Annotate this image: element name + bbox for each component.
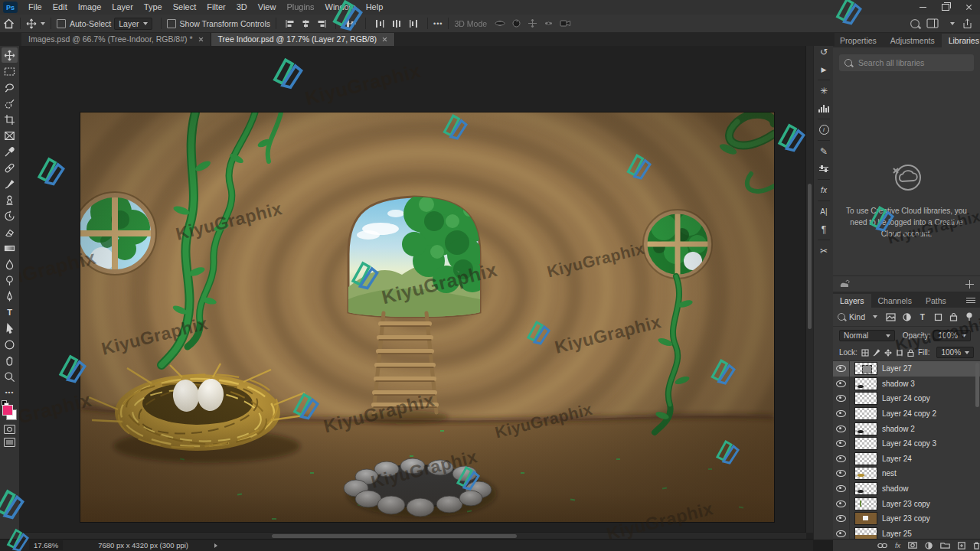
libraries-search-box[interactable]	[839, 54, 974, 71]
shape-tool[interactable]	[2, 337, 18, 352]
visibility-toggle[interactable]	[833, 436, 850, 452]
3d-roll-icon[interactable]	[511, 18, 521, 28]
align-left-edges-icon[interactable]	[285, 19, 295, 28]
quick-mask-button[interactable]	[4, 425, 15, 434]
visibility-toggle[interactable]	[833, 527, 850, 540]
visibility-toggle[interactable]	[833, 406, 850, 422]
workspace-switcher-icon[interactable]	[926, 18, 939, 28]
tool-presets-panel-icon[interactable]	[815, 160, 833, 178]
menu-image[interactable]: Image	[73, 0, 107, 15]
hand-tool[interactable]	[2, 353, 18, 368]
filter-kind-label[interactable]: Kind	[849, 312, 865, 321]
spot-healing-brush-tool[interactable]	[2, 160, 18, 175]
menu-edit[interactable]: Edit	[47, 0, 73, 15]
menu-window[interactable]: Window	[320, 0, 361, 15]
align-right-edges-icon[interactable]	[317, 19, 327, 28]
crop-tool[interactable]	[2, 112, 18, 127]
layer-row[interactable]: Layer 24 copy 2	[833, 406, 980, 422]
foreground-color-swatch[interactable]	[2, 405, 13, 416]
adjustment-layer-icon[interactable]	[925, 542, 933, 549]
fill-dropdown[interactable]: 100%	[936, 347, 974, 358]
libraries-search-input[interactable]	[857, 57, 959, 68]
filter-pixel-layers-icon[interactable]	[885, 311, 897, 323]
layer-row[interactable]: nest	[833, 466, 980, 481]
document-tab-images[interactable]: Images.psd @ 66.7% (Tree-Indoor, RGB/8#)…	[21, 32, 211, 46]
visibility-toggle[interactable]	[833, 377, 850, 392]
info-panel-icon[interactable]: i	[815, 121, 833, 139]
zoom-level-field[interactable]: 17.68%	[29, 540, 63, 550]
menu-layer[interactable]: Layer	[106, 0, 139, 15]
menu-type[interactable]: Type	[139, 0, 168, 15]
character-panel-icon[interactable]: A|	[815, 203, 833, 220]
marquee-tool[interactable]	[2, 64, 18, 79]
path-selection-tool[interactable]	[2, 321, 18, 336]
tab-libraries[interactable]: Libraries	[942, 34, 980, 47]
visibility-toggle[interactable]	[833, 511, 850, 527]
menu-filter[interactable]: Filter	[201, 0, 230, 15]
layer-style-icon[interactable]: fx	[895, 542, 900, 549]
menu-plugins[interactable]: Plugins	[281, 0, 319, 15]
screen-mode-button[interactable]	[4, 438, 15, 447]
dodge-tool[interactable]	[2, 272, 18, 288]
filter-toggle-icon[interactable]	[964, 311, 976, 323]
chevron-down-icon[interactable]	[873, 315, 877, 318]
layer-comps-panel-icon[interactable]: fx	[815, 181, 833, 199]
home-icon[interactable]	[3, 18, 15, 29]
blur-tool[interactable]	[2, 256, 18, 272]
show-transform-checkbox[interactable]	[167, 19, 176, 28]
layer-row[interactable]: Layer 23 copy	[833, 496, 980, 511]
align-horizontal-centers-icon[interactable]	[301, 19, 311, 28]
type-tool[interactable]: T	[2, 305, 18, 320]
distribute-left-icon[interactable]	[375, 19, 384, 28]
scrollbar-thumb[interactable]	[808, 184, 812, 329]
layer-thumbnail[interactable]	[855, 483, 877, 494]
auto-select-target-dropdown[interactable]: Layer	[114, 18, 152, 30]
layer-thumbnail[interactable]	[855, 498, 877, 510]
3d-orbit-icon[interactable]	[495, 18, 505, 28]
frame-tool[interactable]	[2, 128, 18, 143]
layer-row[interactable]: shadow 3	[833, 377, 980, 392]
layer-row[interactable]: Layer 24	[833, 452, 980, 467]
document-tab-tree-indoor[interactable]: Tree Indoor.psd @ 17.7% (Layer 27, RGB/8…	[211, 32, 396, 46]
lock-all-icon[interactable]	[907, 348, 914, 357]
pen-tool[interactable]	[2, 289, 18, 304]
layer-thumbnail[interactable]	[855, 393, 877, 404]
restore-button[interactable]	[934, 0, 957, 15]
tab-layers[interactable]: Layers	[833, 294, 871, 308]
panel-menu-icon[interactable]	[966, 296, 975, 305]
close-button[interactable]	[957, 0, 980, 15]
scrollbar-thumb[interactable]	[272, 534, 517, 538]
layer-thumbnail[interactable]	[855, 453, 877, 465]
move-tool[interactable]	[2, 47, 18, 63]
layer-thumbnail[interactable]	[855, 378, 877, 390]
search-icon[interactable]	[910, 19, 920, 28]
menu-select[interactable]: Select	[168, 0, 202, 15]
more-options-button[interactable]: •••	[433, 20, 443, 28]
chevron-down-icon[interactable]	[950, 22, 955, 25]
visibility-toggle[interactable]	[833, 452, 850, 467]
new-layer-icon[interactable]	[958, 542, 965, 549]
layer-row[interactable]: shadow 2	[833, 421, 980, 436]
delete-layer-icon[interactable]	[973, 542, 980, 549]
filter-shape-layers-icon[interactable]	[933, 311, 945, 323]
new-group-icon[interactable]	[940, 542, 950, 549]
histogram-panel-icon[interactable]	[815, 99, 833, 117]
brush-tool[interactable]	[2, 176, 18, 191]
menu-file[interactable]: File	[23, 0, 47, 15]
chevron-down-icon[interactable]	[41, 22, 45, 25]
visibility-toggle[interactable]	[833, 421, 850, 436]
brush-settings-panel-icon[interactable]: ✎	[815, 142, 833, 160]
gradient-tool[interactable]	[2, 240, 18, 256]
tab-paths[interactable]: Paths	[919, 294, 953, 308]
layer-row[interactable]: Layer 24 copy	[833, 391, 980, 406]
distribute-center-icon[interactable]	[392, 19, 401, 28]
layer-thumbnail[interactable]	[855, 528, 877, 540]
layer-thumbnail[interactable]	[855, 468, 877, 479]
adjustments-panel-icon[interactable]: ✳	[815, 82, 833, 99]
edit-toolbar-button[interactable]: •••	[2, 385, 18, 400]
layer-row[interactable]: shadow	[833, 481, 980, 497]
3d-slide-icon[interactable]	[544, 18, 554, 28]
share-icon[interactable]	[962, 18, 972, 29]
link-layers-icon[interactable]	[877, 543, 887, 549]
minimize-button[interactable]	[911, 0, 934, 15]
